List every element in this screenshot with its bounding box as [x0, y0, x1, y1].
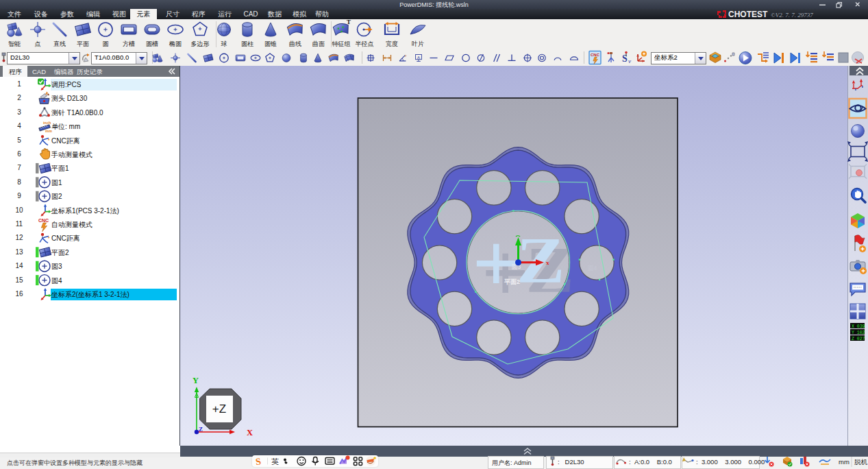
svg-text:θ: θ	[405, 54, 407, 58]
svg-text:Y: Y	[193, 376, 199, 385]
svg-text:曲线: 曲线	[289, 40, 301, 47]
svg-text:脱机: 脱机	[854, 458, 868, 466]
svg-text:球: 球	[221, 40, 227, 47]
svg-text:平面: 平面	[77, 40, 89, 47]
svg-text:Y 102: Y 102	[852, 330, 865, 335]
svg-text:Z 027: Z 027	[852, 337, 865, 341]
svg-text:直线: 直线	[53, 40, 66, 47]
svg-text:特征组: 特征组	[332, 40, 351, 47]
svg-text:圆柱: 圆柱	[241, 40, 254, 47]
svg-text:宽度: 宽度	[386, 40, 398, 47]
svg-text:半径点: 半径点	[356, 40, 374, 47]
svg-text:叶片: 叶片	[412, 40, 424, 47]
svg-text:CNC: CNC	[38, 218, 49, 223]
svg-text:S: S	[255, 456, 262, 467]
svg-text:: D2L30: : D2L30	[558, 458, 584, 466]
svg-text:T: T	[347, 19, 351, 25]
svg-text:Z: Z	[517, 224, 565, 297]
svg-text:圆: 圆	[103, 40, 109, 47]
svg-text:X: X	[247, 428, 253, 437]
svg-text:Z: Z	[199, 426, 203, 433]
svg-text:+Z: +Z	[212, 402, 226, 416]
svg-text:mm: mm	[45, 129, 52, 133]
svg-text:: A:0.0 B:0.0: : A:0.0 B:0.0	[629, 458, 672, 466]
svg-text:CHOTEST: CHOTEST	[728, 10, 768, 19]
svg-text:智能: 智能	[8, 40, 21, 47]
svg-text:方槽: 方槽	[123, 40, 135, 47]
svg-text:点: 点	[35, 40, 41, 47]
svg-text:曲面: 曲面	[312, 40, 325, 47]
svg-text:英: 英	[271, 457, 279, 466]
svg-text:多边形: 多边形	[191, 40, 210, 47]
svg-text:ν: ν	[628, 58, 631, 64]
svg-text:: 3.000 3.000 0.000: : 3.000 3.000 0.000	[696, 458, 765, 466]
svg-text:X 039: X 039	[852, 324, 865, 329]
svg-text:椭圆: 椭圆	[169, 40, 182, 47]
svg-text:A: A	[417, 56, 421, 60]
svg-text:圆4: 圆4	[588, 265, 597, 272]
svg-text:inch: inch	[43, 121, 51, 125]
svg-text:圆槽: 圆槽	[146, 40, 158, 47]
svg-text:圆锥: 圆锥	[264, 40, 277, 47]
svg-text:平面2: 平面2	[504, 278, 520, 285]
svg-text:CNC: CNC	[591, 53, 600, 57]
svg-text:©V2. 7. 7. 29737: ©V2. 7. 7. 29737	[771, 12, 813, 19]
svg-text:S: S	[622, 53, 628, 64]
svg-text:mm: mm	[839, 458, 850, 466]
svg-text:x: x	[546, 259, 549, 266]
